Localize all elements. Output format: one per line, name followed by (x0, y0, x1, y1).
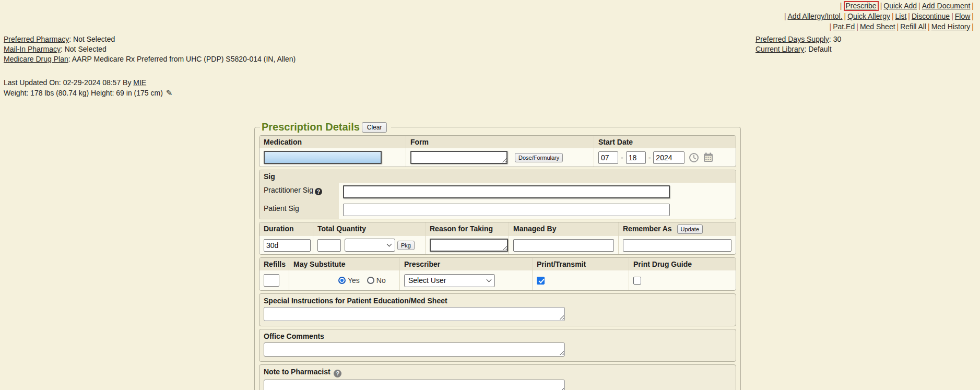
total-quantity-cell: Pkg (313, 236, 425, 254)
nav-link-prescribe[interactable]: Prescribe (846, 2, 877, 10)
substitute-yes-label: Yes (348, 276, 360, 285)
preferred-days-supply-link[interactable]: Preferred Days Supply (755, 35, 829, 43)
special-instructions-box: Special Instructions for Patient Educati… (259, 293, 736, 326)
preferred-days-supply-line: Preferred Days Supply: 30 (755, 34, 841, 44)
substitute-yes-radio[interactable] (338, 277, 346, 284)
weight-height-line: Weight: 178 lbs (80.74 kg) Height: 69 in… (4, 88, 296, 98)
practitioner-sig-input[interactable] (343, 185, 670, 198)
preferred-pharmacy-value: Not Selected (73, 35, 115, 43)
weight-height-text: Weight: 178 lbs (80.74 kg) Height: 69 in… (4, 89, 163, 97)
nav-link-med-sheet[interactable]: Med Sheet (860, 22, 895, 31)
nav-row-3: |Pat.Ed|Med Sheet|Refill All|Med History… (783, 21, 975, 32)
special-instructions-textarea[interactable] (264, 307, 565, 321)
nav-link-pat-ed[interactable]: Pat.Ed (833, 22, 855, 31)
substitute-no-label: No (376, 276, 386, 285)
separator: | (918, 2, 920, 10)
nav-link-flow[interactable]: Flow (955, 12, 971, 20)
medications-nav: |Prescribe|Quick Add|Add Document| |Add … (783, 1, 975, 32)
separator: | (830, 22, 832, 31)
nav-link-quick-add[interactable]: Quick Add (883, 2, 917, 10)
last-updated-by-link[interactable]: MIE (133, 78, 146, 87)
calendar-icon[interactable] (703, 152, 713, 162)
prescription-details-legend: Prescription Details Clear (260, 121, 391, 133)
prescriber-value: Select User (408, 276, 446, 285)
medication-input[interactable] (264, 151, 382, 164)
medicare-plan-value: AARP Medicare Rx Preferred from UHC (PDP… (72, 55, 296, 63)
note-pharmacist-text: Note to Pharmacist (264, 368, 330, 376)
nav-link-discontinue[interactable]: Discontinue (912, 12, 950, 20)
edit-pencil-icon[interactable]: ✎ (166, 88, 173, 97)
practitioner-sig-cell (339, 183, 736, 201)
nav-link-add-document[interactable]: Add Document (922, 2, 971, 10)
preferred-days-supply-value: 30 (833, 35, 842, 43)
print-drug-guide-checkbox[interactable] (633, 277, 641, 285)
quantity-unit-select[interactable] (345, 239, 395, 252)
clear-button[interactable]: Clear (362, 122, 387, 133)
office-comments-label: Office Comments (259, 329, 736, 341)
separator: | (972, 2, 974, 10)
dose-formulary-button[interactable]: Dose/Formulary (515, 153, 563, 162)
reason-input[interactable] (430, 239, 508, 252)
sig-header: Sig (259, 170, 736, 183)
preferred-pharmacy-line: Preferred Pharmacy: Not Selected (4, 34, 296, 44)
print-drug-guide-cell (629, 270, 736, 290)
separator: | (908, 12, 910, 20)
update-button[interactable]: Update (677, 224, 703, 234)
form-cell: Dose/Formulary (406, 148, 594, 167)
separator: | (897, 22, 899, 31)
patient-sig-label: Patient Sig (259, 201, 339, 219)
practitioner-sig-label: Practitioner Sig? (259, 183, 339, 201)
substitute-no-radio[interactable] (367, 277, 374, 284)
start-date-header: Start Date (594, 136, 736, 148)
last-updated-text: Last Updated On: 02-29-2024 08:57 By (4, 78, 131, 87)
medicare-plan-line: Medicare Drug Plan: AARP Medicare Rx Pre… (4, 54, 296, 64)
duration-input[interactable] (264, 239, 311, 252)
reason-cell (425, 236, 509, 254)
prescriber-select[interactable]: Select User (404, 274, 495, 287)
medication-cell (259, 148, 406, 167)
patient-pharmacy-info: Preferred Pharmacy: Not Selected Mail-In… (4, 34, 296, 98)
note-pharmacist-textarea[interactable] (264, 380, 565, 390)
separator: | (951, 12, 953, 20)
managed-by-cell (509, 236, 618, 254)
nav-link-med-history[interactable]: Med History (931, 22, 971, 31)
preferred-pharmacy-link[interactable]: Preferred Pharmacy (4, 35, 69, 43)
colon: : (829, 35, 831, 43)
remember-as-input[interactable] (623, 239, 731, 252)
start-date-cell: - - (594, 148, 736, 167)
remember-as-header: Remember As Update (618, 222, 736, 236)
pkg-button[interactable]: Pkg (397, 241, 415, 250)
remember-as-text: Remember As (623, 224, 672, 233)
special-instructions-label: Special Instructions for Patient Educati… (259, 294, 736, 306)
total-quantity-header: Total Quantity (313, 222, 425, 236)
note-pharmacist-box: Note to Pharmacist ? (259, 364, 736, 390)
prescription-details-fieldset: Prescription Details Clear Medication Fo… (254, 121, 741, 390)
start-year-input[interactable] (653, 151, 684, 164)
print-transmit-checkbox[interactable] (537, 277, 545, 285)
clock-icon[interactable] (689, 152, 699, 163)
mailin-pharmacy-line: Mail-In Pharmacy: Not Selected (4, 44, 296, 54)
note-pharmacist-label: Note to Pharmacist ? (259, 365, 736, 379)
prescriber-cell: Select User (399, 270, 532, 290)
managed-by-input[interactable] (513, 239, 614, 252)
refills-cell (259, 270, 289, 290)
separator: | (880, 2, 882, 10)
nav-link-list[interactable]: List (895, 12, 907, 20)
medicare-plan-link[interactable]: Medicare Drug Plan (4, 55, 68, 63)
help-question-icon[interactable]: ? (334, 370, 341, 377)
nav-row-2: |Add Allergy/Intol.|Quick Allergy|List|D… (783, 11, 975, 21)
help-question-icon[interactable]: ? (315, 188, 322, 195)
nav-link-add-allergy[interactable]: Add Allergy/Intol. (788, 12, 843, 20)
nav-link-refill-all[interactable]: Refill All (900, 22, 926, 31)
current-library-link[interactable]: Current Library (755, 45, 804, 53)
quantity-input[interactable] (317, 239, 341, 252)
refills-input[interactable] (264, 274, 279, 287)
nav-link-quick-allergy[interactable]: Quick Allergy (847, 12, 890, 20)
patient-sig-input[interactable] (343, 204, 670, 216)
start-month-input[interactable] (598, 151, 618, 164)
mailin-pharmacy-link[interactable]: Mail-In Pharmacy (4, 45, 61, 53)
office-comments-textarea[interactable] (264, 342, 565, 357)
colon: : (68, 55, 70, 63)
form-input[interactable] (410, 151, 507, 164)
start-day-input[interactable] (626, 151, 646, 164)
